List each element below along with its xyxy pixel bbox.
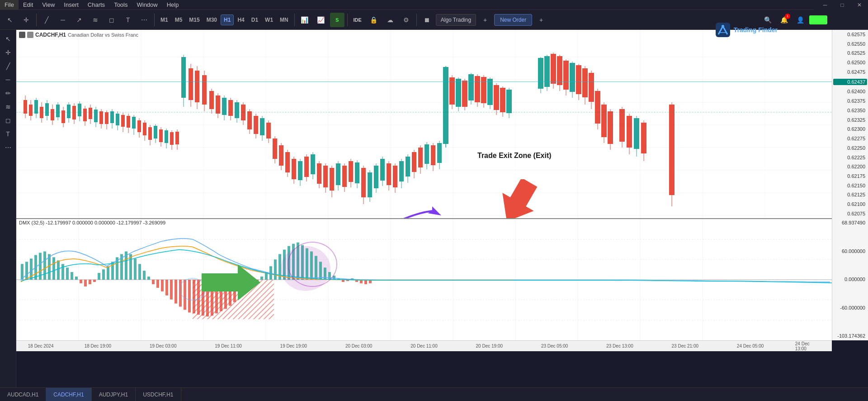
tf-h4[interactable]: H4 xyxy=(234,14,247,25)
price-chart[interactable]: CADCHF,H1 Canadian Dollar vs Swiss Franc xyxy=(16,30,832,218)
svg-rect-239 xyxy=(25,262,28,280)
ide-btn[interactable]: IDE xyxy=(350,13,365,27)
left-more[interactable]: ⋯ xyxy=(2,141,14,154)
price-label-8: 0.62375 xyxy=(833,98,867,104)
svg-rect-122 xyxy=(311,154,315,174)
line-tool[interactable]: ╱ xyxy=(39,13,54,27)
tf-w1[interactable]: W1 xyxy=(262,14,276,25)
svg-rect-250 xyxy=(75,277,78,280)
tf-m1[interactable]: M1 xyxy=(157,14,171,25)
price-label-14: 0.62225 xyxy=(833,155,867,160)
time-label-1: 18 Dec 2024 xyxy=(28,344,54,348)
algo-trading-button[interactable]: Algo Trading xyxy=(436,14,476,26)
tf-mn[interactable]: MN xyxy=(277,14,292,25)
left-line[interactable]: ╱ xyxy=(2,60,14,72)
left-hline[interactable]: ─ xyxy=(2,73,14,86)
price-label-19: 0.62100 xyxy=(833,201,867,207)
tab-cadchf[interactable]: CADCHF,H1 xyxy=(46,388,91,401)
svg-rect-28 xyxy=(34,100,38,114)
left-text[interactable]: T xyxy=(2,128,14,140)
time-label-9: 23 Dec 05:00 xyxy=(541,344,568,348)
svg-rect-84 xyxy=(165,130,168,143)
shapes-tool[interactable]: ◻ xyxy=(104,13,119,27)
time-label-5: 19 Dec 19:00 xyxy=(280,344,307,348)
svg-rect-279 xyxy=(197,280,200,315)
candlestick-svg xyxy=(16,30,832,218)
menu-window[interactable]: Window xyxy=(132,0,162,10)
left-fib[interactable]: ≋ xyxy=(2,100,14,113)
trendline-tool[interactable]: ↗ xyxy=(72,13,86,27)
svg-rect-26 xyxy=(29,105,33,116)
svg-rect-24 xyxy=(24,100,27,114)
svg-rect-269 xyxy=(161,280,164,291)
settings-btn[interactable]: ⚙ xyxy=(399,13,414,27)
hline-tool[interactable]: ─ xyxy=(56,13,70,27)
more-tools[interactable]: ⋯ xyxy=(137,13,151,27)
left-crosshair[interactable]: ✛ xyxy=(2,46,14,59)
menu-insert[interactable]: Insert xyxy=(59,0,83,10)
svg-rect-142 xyxy=(374,166,378,188)
tf-d1[interactable]: D1 xyxy=(248,14,261,25)
stop-btn[interactable]: ⏹ xyxy=(420,13,434,27)
horizontal-line xyxy=(16,81,832,82)
cloud-btn[interactable]: ☁ xyxy=(383,13,397,27)
svg-rect-32 xyxy=(45,103,49,116)
chart-icon-1 xyxy=(19,32,25,38)
templates-btn[interactable]: S xyxy=(330,13,344,27)
indicators-btn[interactable]: 📈 xyxy=(314,13,328,27)
window-controls: ─ □ ✕ xyxy=(814,0,868,10)
svg-rect-120 xyxy=(304,157,309,177)
svg-rect-138 xyxy=(361,168,366,197)
svg-rect-253 xyxy=(89,280,91,284)
menu-file[interactable]: File xyxy=(0,0,19,10)
indicator-panel[interactable]: DMX (32,5) -12.179997 0.000000 0.000000 … xyxy=(16,218,832,340)
account-button[interactable]: 👤 xyxy=(793,13,807,27)
menu-view[interactable]: View xyxy=(38,0,59,10)
time-axis: 18 Dec 2024 18 Dec 19:00 19 Dec 03:00 19… xyxy=(16,340,832,351)
svg-rect-162 xyxy=(437,143,442,163)
tf-m15[interactable]: M15 xyxy=(186,14,203,25)
text-tool[interactable]: T xyxy=(121,13,135,27)
minimize-button[interactable]: ─ xyxy=(816,0,834,10)
fib-tool[interactable]: ≋ xyxy=(88,13,103,27)
order-icon[interactable]: + xyxy=(478,13,492,27)
toolbar-separator-1 xyxy=(36,14,37,26)
left-cursor[interactable]: ↖ xyxy=(2,33,14,45)
chart-type-btn[interactable]: 📊 xyxy=(297,13,312,27)
svg-rect-206 xyxy=(601,105,607,137)
ind-label-2: 60.000000 xyxy=(833,248,867,254)
time-label-12: 24 Dec 05:00 xyxy=(737,344,764,348)
left-shapes[interactable]: ◻ xyxy=(2,114,14,127)
svg-rect-178 xyxy=(487,79,493,105)
svg-rect-194 xyxy=(563,61,569,90)
maximize-button[interactable]: □ xyxy=(834,0,851,10)
svg-rect-40 xyxy=(195,71,199,102)
tab-usdchf[interactable]: USDCHF,H1 xyxy=(136,388,181,401)
new-order-button[interactable]: New Order xyxy=(494,14,532,26)
svg-rect-82 xyxy=(159,129,163,142)
lock-btn[interactable]: 🔒 xyxy=(367,13,381,27)
svg-rect-245 xyxy=(52,257,55,280)
menu-charts[interactable]: Charts xyxy=(83,0,109,10)
svg-rect-164 xyxy=(443,67,448,144)
tf-h1[interactable]: H1 xyxy=(221,14,234,25)
cursor-tool[interactable]: ↖ xyxy=(3,13,17,27)
menu-edit[interactable]: Edit xyxy=(19,0,38,10)
svg-rect-96 xyxy=(228,100,233,116)
plus-btn[interactable]: + xyxy=(534,13,548,27)
menu-tools[interactable]: Tools xyxy=(109,0,132,10)
tab-audcad[interactable]: AUDCAD,H1 xyxy=(0,388,46,401)
menu-help[interactable]: Help xyxy=(162,0,184,10)
svg-rect-216 xyxy=(641,123,646,153)
tab-audjpy[interactable]: AUDJPY,H1 xyxy=(92,388,136,401)
tf-m30[interactable]: M30 xyxy=(203,14,220,25)
close-button[interactable]: ✕ xyxy=(851,0,868,10)
tf-m5[interactable]: M5 xyxy=(172,14,186,25)
svg-rect-198 xyxy=(576,65,581,94)
notifications-button[interactable]: 🔔 1 xyxy=(777,13,791,27)
svg-rect-265 xyxy=(143,271,146,280)
svg-rect-70 xyxy=(127,116,130,128)
svg-rect-90 xyxy=(209,91,214,109)
left-pencil[interactable]: ✏ xyxy=(2,87,14,100)
crosshair-tool[interactable]: ✛ xyxy=(19,13,33,27)
